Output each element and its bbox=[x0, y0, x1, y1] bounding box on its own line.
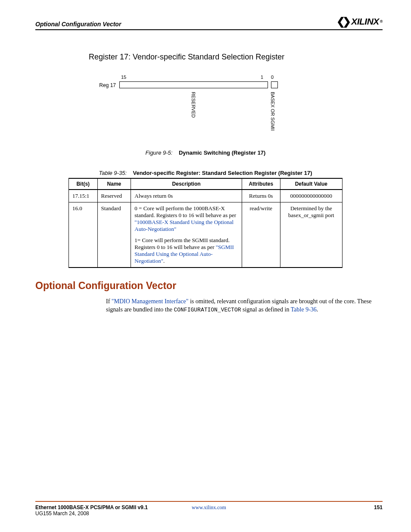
page-footer: Ethernet 1000BASE-X PCS/PMA or SGMII v9.… bbox=[35, 501, 383, 516]
th-default: Default Value bbox=[280, 178, 342, 190]
footer-url-link[interactable]: www.xilinx.com bbox=[192, 504, 226, 510]
table-row: 16.0 Standard 0 = Core will perform the … bbox=[69, 202, 342, 268]
table-number: Table 9-35: bbox=[99, 170, 127, 176]
running-header-title: Optional Configuration Vector bbox=[35, 21, 121, 28]
cell-bits: 16.0 bbox=[69, 202, 98, 268]
th-bits: Bit(s) bbox=[69, 178, 98, 190]
bit-label-15: 15 bbox=[121, 75, 126, 80]
th-name: Name bbox=[97, 178, 131, 190]
page-header: Optional Configuration Vector ❮❯ XILINX® bbox=[35, 16, 383, 30]
table-header-row: Bit(s) Name Description Attributes Defau… bbox=[69, 178, 342, 190]
xilinx-logo-text: XILINX bbox=[351, 16, 379, 27]
section-body-paragraph: If "MDIO Management Interface" is omitte… bbox=[106, 298, 383, 314]
cell-description: Always return 0s bbox=[131, 190, 242, 202]
code-literal: CONFIGURATION_VECTOR bbox=[174, 307, 241, 313]
bit-label-1: 1 bbox=[261, 75, 263, 80]
cell-name: Reserved bbox=[97, 190, 131, 202]
xilinx-logo: ❮❯ XILINX® bbox=[336, 16, 383, 28]
body-text: If bbox=[106, 298, 112, 305]
table-row: 17.15:1 Reserved Always return 0s Return… bbox=[69, 190, 342, 202]
register-row-label: Reg 17 bbox=[95, 81, 119, 88]
register-field-bit0-box bbox=[271, 81, 278, 88]
cell-bits: 17.15:1 bbox=[69, 190, 98, 202]
body-text: . bbox=[317, 306, 318, 313]
register-table: Bit(s) Name Description Attributes Defau… bbox=[68, 178, 342, 268]
table-title: Vendor-specific Register: Standard Selec… bbox=[133, 170, 312, 176]
xilinx-logo-icon: ❮❯ bbox=[336, 16, 349, 28]
cell-default: Determined by the basex_or_sgmii port bbox=[280, 202, 342, 268]
footer-left: Ethernet 1000BASE-X PCS/PMA or SGMII v9.… bbox=[35, 504, 148, 516]
register-field-reserved-box bbox=[119, 81, 268, 88]
cross-reference-link[interactable]: "1000BASE-X Standard Using the Optional … bbox=[134, 219, 234, 232]
body-text: signal as defined in bbox=[241, 306, 291, 313]
cell-attributes: read/write bbox=[242, 202, 280, 268]
th-description: Description bbox=[131, 178, 242, 190]
field-label-reserved: RESERVED bbox=[191, 92, 196, 118]
registered-mark: ® bbox=[380, 19, 383, 24]
bit-index-labels: 15 1 0 bbox=[119, 75, 292, 81]
cell-default: 000000000000000 bbox=[280, 190, 342, 202]
figure-caption: Figure 9-5: Dynamic Switching (Register … bbox=[0, 149, 411, 156]
figure-number: Figure 9-5: bbox=[146, 149, 173, 156]
field-label-basex: BASEX OR SGMII bbox=[270, 92, 275, 131]
footer-doc-title: Ethernet 1000BASE-X PCS/PMA or SGMII v9.… bbox=[35, 504, 148, 510]
footer-page-number: 151 bbox=[374, 504, 383, 516]
register-row: Reg 17 bbox=[119, 81, 292, 88]
desc-text: . bbox=[163, 258, 165, 264]
register-diagram: 15 1 0 Reg 17 RESERVED BASEX OR SGMII bbox=[119, 75, 292, 146]
register-heading: Register 17: Vendor-specific Standard Se… bbox=[89, 53, 411, 62]
table-caption: Table 9-35: Vendor-specific Register: St… bbox=[0, 170, 411, 176]
cell-attributes: Returns 0s bbox=[242, 190, 280, 202]
cross-reference-link[interactable]: "MDIO Management Interface" bbox=[112, 298, 189, 305]
desc-text: 0 = Core will perform the 1000BASE-X sta… bbox=[134, 205, 236, 218]
cell-name: Standard bbox=[97, 202, 131, 268]
cross-reference-link[interactable]: Table 9-36 bbox=[291, 306, 317, 313]
section-heading: Optional Configuration Vector bbox=[35, 280, 411, 292]
bit-label-0: 0 bbox=[271, 75, 274, 80]
footer-doc-sub: UG155 March 24, 2008 bbox=[35, 510, 148, 516]
register-boxes bbox=[119, 81, 278, 88]
register-field-gap bbox=[268, 81, 271, 88]
register-field-labels: RESERVED BASEX OR SGMII bbox=[119, 90, 292, 146]
figure-title: Dynamic Switching (Register 17) bbox=[179, 149, 266, 156]
th-attributes: Attributes bbox=[242, 178, 280, 190]
cell-description: 0 = Core will perform the 1000BASE-X sta… bbox=[131, 202, 242, 268]
